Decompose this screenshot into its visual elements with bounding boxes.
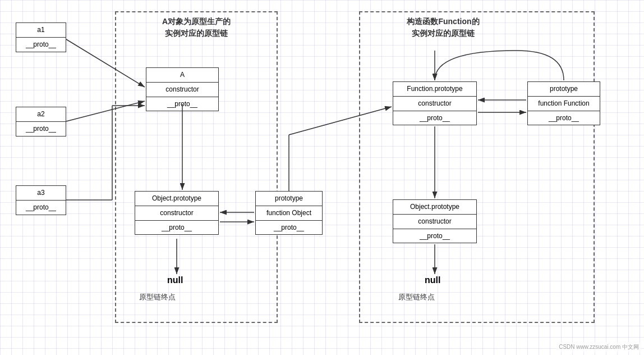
A-label: A — [146, 68, 218, 83]
a2-proto: __proto__ — [16, 122, 66, 136]
a3-label: a3 — [16, 186, 66, 201]
box-function-object: prototype function Object __proto__ — [255, 191, 323, 235]
func-func-prototype: prototype — [528, 82, 600, 97]
obj-proto-left-label: Object.prototype — [135, 192, 218, 206]
null-right: null — [425, 275, 440, 285]
a1-label: a1 — [16, 23, 66, 38]
box-a1: a1 __proto__ — [16, 22, 66, 52]
box-function-prototype: Function.prototype constructor __proto__ — [393, 81, 477, 125]
right-region-label: 构造函数Function的实例对应的原型链 — [370, 16, 516, 39]
right-dashed-region — [359, 11, 595, 323]
endpoint-left: 原型链终点 — [139, 292, 176, 302]
a2-label: a2 — [16, 107, 66, 122]
a1-proto: __proto__ — [16, 38, 66, 52]
left-region-label: A对象为原型生产的实例对应的原型链 — [126, 16, 266, 39]
left-dashed-region — [115, 11, 278, 323]
func-obj-prototype: prototype — [256, 192, 322, 206]
watermark: CSDN www.zzsucai.com 中文网 — [556, 342, 641, 352]
func-proto-label: Function.prototype — [393, 82, 476, 97]
obj-proto-right-label: Object.prototype — [393, 200, 476, 215]
func-func-label: function Function — [528, 97, 600, 111]
func-obj-proto: __proto__ — [256, 221, 322, 235]
obj-proto-left-proto: __proto__ — [135, 221, 218, 235]
obj-proto-right-proto: __proto__ — [393, 229, 476, 243]
obj-proto-right-constructor: constructor — [393, 215, 476, 229]
A-constructor: constructor — [146, 83, 218, 97]
diagram-canvas: A对象为原型生产的实例对应的原型链 构造函数Function的实例对应的原型链 … — [0, 0, 644, 355]
box-a3: a3 __proto__ — [16, 185, 66, 215]
box-a2: a2 __proto__ — [16, 107, 66, 136]
func-proto-constructor: constructor — [393, 97, 476, 111]
obj-proto-left-constructor: constructor — [135, 206, 218, 221]
null-left: null — [167, 275, 183, 285]
box-function-function: prototype function Function __proto__ — [527, 81, 600, 125]
A-proto: __proto__ — [146, 97, 218, 111]
box-A: A constructor __proto__ — [146, 67, 219, 111]
a3-proto: __proto__ — [16, 201, 66, 215]
box-object-prototype-right: Object.prototype constructor __proto__ — [393, 199, 477, 243]
func-func-proto: __proto__ — [528, 111, 600, 125]
endpoint-right: 原型链终点 — [398, 292, 435, 302]
func-obj-label: function Object — [256, 206, 322, 221]
box-object-prototype-left: Object.prototype constructor __proto__ — [135, 191, 219, 235]
func-proto-proto: __proto__ — [393, 111, 476, 125]
